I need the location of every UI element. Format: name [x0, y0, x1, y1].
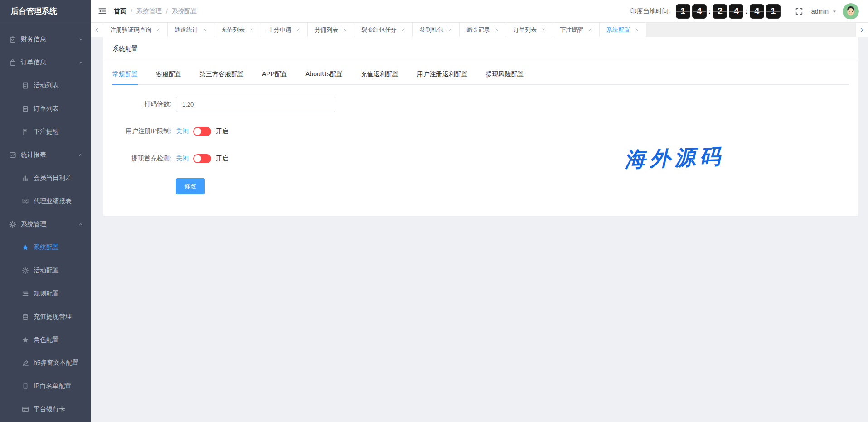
clock-colon: :: [745, 7, 748, 16]
config-tab-third-party-cs[interactable]: 第三方客服配置: [199, 70, 244, 84]
sidebar-item-label: 会员当日利差: [34, 174, 72, 182]
sidebar-item-label: 订单列表: [34, 105, 59, 113]
breadcrumb-separator: /: [131, 8, 132, 15]
breadcrumb-separator: /: [166, 8, 168, 15]
sidebar-item-order-info[interactable]: 订单信息: [0, 51, 91, 74]
sidebar-item-member-daily-profit[interactable]: 会员当日利差: [0, 166, 91, 189]
divider: [103, 60, 858, 60]
close-icon[interactable]: [156, 28, 160, 32]
close-icon[interactable]: [541, 28, 546, 32]
tabbar-filler: [646, 23, 855, 37]
field-label: 用户注册IP限制:: [112, 127, 171, 136]
tab-bet-reminder[interactable]: 下注提醒: [553, 23, 600, 37]
tab-score-apply[interactable]: 上分申请: [261, 23, 308, 37]
sidebar-item-label: 统计报表: [21, 151, 46, 159]
tab-register-captcha-query[interactable]: 注册验证码查询: [103, 23, 168, 37]
close-icon[interactable]: [448, 28, 452, 32]
chevron-down-icon: [78, 37, 83, 42]
config-tab-recharge-rebate[interactable]: 充值返利配置: [361, 70, 399, 84]
sidebar-item-order-list[interactable]: 订单列表: [0, 97, 91, 120]
fullscreen-icon[interactable]: [795, 7, 803, 15]
clipboard-check-icon: [9, 36, 16, 43]
close-icon[interactable]: [635, 28, 639, 32]
tabbar: 注册验证码查询通道统计充值列表上分申请分佣列表裂变红包任务签到礼包赠金记录订单列…: [91, 22, 868, 37]
switch-on-label[interactable]: 开启: [216, 155, 228, 163]
tab-label: 系统配置: [606, 26, 630, 34]
close-icon[interactable]: [296, 28, 301, 32]
config-tab-customer-service[interactable]: 客服配置: [156, 70, 181, 84]
switch-on-label[interactable]: 开启: [216, 127, 228, 136]
close-icon[interactable]: [401, 28, 406, 32]
tab-channel-stats[interactable]: 通道统计: [168, 23, 214, 37]
breadcrumb: 首页/系统管理/系统配置: [114, 7, 197, 15]
config-tab-withdraw-risk[interactable]: 提现风险配置: [486, 70, 524, 84]
close-icon[interactable]: [343, 28, 347, 32]
tabs-scroll-left-button[interactable]: [91, 23, 103, 37]
tab-label: 分佣列表: [315, 26, 338, 34]
breadcrumb-item[interactable]: 系统配置: [172, 7, 197, 15]
switch-knob: [194, 155, 201, 162]
sidebar-item-label: IP白名单配置: [34, 382, 71, 390]
sidebar-fold-icon[interactable]: [98, 7, 107, 15]
sidebar-item-agent-performance-report[interactable]: 代理业绩报表: [0, 189, 91, 213]
clipboard-icon: [22, 105, 29, 112]
sidebar-item-label: 活动配置: [34, 267, 59, 275]
sidebar-item-activity-config[interactable]: 活动配置: [0, 259, 91, 282]
dama-multiplier-input[interactable]: [176, 97, 335, 112]
tab-commission-list[interactable]: 分佣列表: [308, 23, 354, 37]
clock-digit: 4: [692, 4, 707, 19]
document-icon: [22, 82, 29, 89]
tab-label: 订单列表: [513, 26, 537, 34]
sidebar-item-system-management[interactable]: 系统管理: [0, 213, 91, 236]
breadcrumb-item[interactable]: 首页: [114, 7, 126, 15]
sidebar-item-platform-bank-card[interactable]: 平台银行卡: [0, 398, 91, 421]
config-tab-aboutus[interactable]: AboutUs配置: [305, 70, 343, 84]
register-ip-limit-switch[interactable]: [193, 127, 211, 136]
list-icon: [22, 290, 29, 297]
bank-card-icon: [22, 406, 29, 413]
sidebar-item-role-config[interactable]: 角色配置: [0, 328, 91, 351]
tabs-scroll-right-button[interactable]: [855, 23, 868, 37]
config-tab-general[interactable]: 常规配置: [112, 70, 138, 84]
sidebar-item-label: 代理业绩报表: [34, 197, 72, 205]
close-icon[interactable]: [203, 28, 207, 32]
config-tab-register-rebate[interactable]: 用户注册返利配置: [417, 70, 468, 84]
config-tab-app[interactable]: APP配置: [262, 70, 287, 84]
star-icon: [22, 244, 29, 251]
sidebar-item-stats-report[interactable]: 统计报表: [0, 143, 91, 166]
tab-label: 通道统计: [175, 26, 198, 34]
chevron-up-icon: [78, 152, 83, 158]
sidebar-item-system-config[interactable]: 系统配置: [0, 236, 91, 259]
sidebar-item-recharge-withdraw-management[interactable]: 充值提现管理: [0, 305, 91, 328]
avatar[interactable]: [843, 3, 859, 19]
sidebar-item-label: 订单信息: [21, 58, 46, 67]
tab-system-config[interactable]: 系统配置: [600, 23, 646, 37]
sidebar-item-label: 系统配置: [34, 243, 59, 252]
bar-chart-icon: [22, 175, 29, 182]
sidebar-item-activity-list[interactable]: 活动列表: [0, 74, 91, 97]
switch-off-label[interactable]: 关闭: [176, 127, 189, 136]
withdraw-first-charge-check-switch[interactable]: [193, 154, 211, 163]
sidebar-item-ip-whitelist-config[interactable]: IP白名单配置: [0, 374, 91, 398]
sidebar-item-rule-config[interactable]: 规则配置: [0, 282, 91, 305]
sparkle-icon: [22, 267, 29, 274]
tab-fission-redpacket-task[interactable]: 裂变红包任务: [354, 23, 413, 37]
trend-chart-icon: [9, 151, 16, 159]
tab-recharge-list[interactable]: 充值列表: [214, 23, 261, 37]
sidebar-item-label: 平台银行卡: [34, 405, 65, 413]
breadcrumb-item[interactable]: 系统管理: [136, 7, 162, 15]
switch-off-label[interactable]: 关闭: [176, 155, 189, 163]
close-icon[interactable]: [495, 28, 499, 32]
sidebar-item-bet-reminder[interactable]: 下注提醒: [0, 120, 91, 143]
tab-bonus-record[interactable]: 赠金记录: [460, 23, 506, 37]
close-icon[interactable]: [588, 28, 592, 32]
tab-signin-gift[interactable]: 签到礼包: [413, 23, 460, 37]
gear-icon: [9, 221, 16, 228]
sidebar-item-h5-popup-text-config[interactable]: h5弹窗文本配置: [0, 351, 91, 374]
tab-order-list[interactable]: 订单列表: [506, 23, 553, 37]
submit-button[interactable]: 修改: [176, 178, 205, 194]
close-icon[interactable]: [249, 28, 254, 32]
user-dropdown[interactable]: admin: [811, 8, 837, 15]
sidebar-item-finance-info[interactable]: 财务信息: [0, 28, 91, 51]
tab-list: 注册验证码查询通道统计充值列表上分申请分佣列表裂变红包任务签到礼包赠金记录订单列…: [103, 23, 646, 37]
